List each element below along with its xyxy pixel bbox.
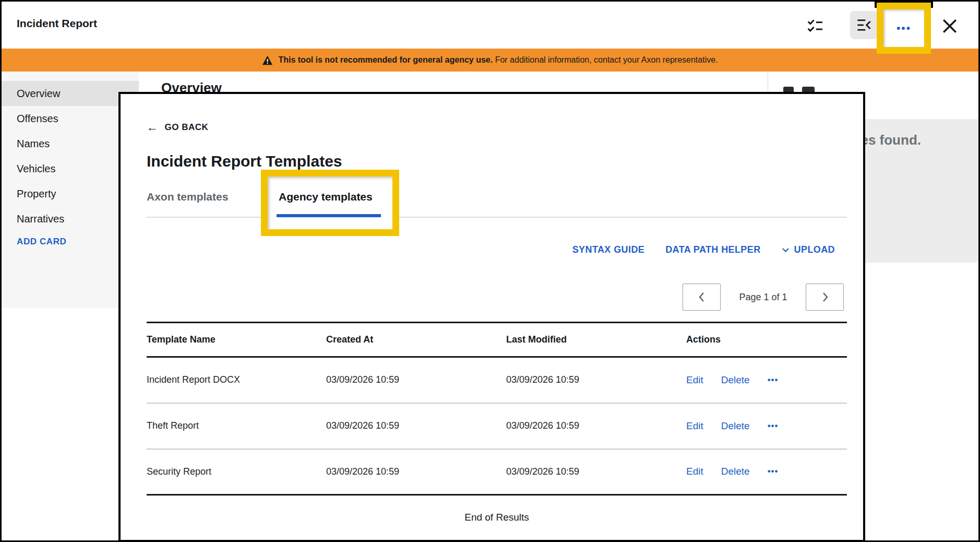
edit-link[interactable]: Edit bbox=[686, 420, 703, 432]
last-modified-cell: 03/09/2026 10:59 bbox=[506, 357, 686, 403]
go-back-label: GO BACK bbox=[165, 122, 209, 133]
edit-link[interactable]: Edit bbox=[686, 466, 703, 477]
pagination: Page 1 of 1 bbox=[683, 284, 844, 311]
last-modified-cell: 03/09/2026 10:59 bbox=[506, 403, 686, 449]
close-icon[interactable] bbox=[939, 16, 960, 36]
data-path-helper-label: DATA PATH HELPER bbox=[665, 244, 760, 255]
template-name-cell: Theft Report bbox=[147, 403, 326, 449]
page-title: Incident Report bbox=[17, 17, 97, 30]
active-tab-underline bbox=[277, 214, 381, 217]
chevron-down-icon bbox=[782, 248, 790, 253]
warning-banner: This tool is not recommended for general… bbox=[2, 49, 978, 72]
toolbar-links: SYNTAX GUIDE DATA PATH HELPER UPLOAD bbox=[572, 244, 835, 255]
table-row: Security Report03/09/2026 10:5903/09/202… bbox=[147, 449, 847, 495]
tab-agency-templates[interactable]: Agency templates bbox=[279, 191, 373, 203]
table-row: Theft Report03/09/2026 10:5903/09/2026 1… bbox=[147, 403, 847, 449]
collapse-panel-icon[interactable] bbox=[850, 11, 878, 39]
upload-label: UPLOAD bbox=[794, 244, 835, 255]
template-name-cell: Security Report bbox=[147, 449, 326, 495]
template-name-cell: Incident Report DOCX bbox=[147, 357, 326, 403]
delete-link[interactable]: Delete bbox=[721, 420, 750, 432]
chevron-right-icon bbox=[820, 291, 830, 303]
back-arrow-icon: ← bbox=[147, 122, 159, 133]
templates-table: Template Name Created At Last Modified A… bbox=[147, 322, 847, 496]
incident-report-templates-modal: ← GO BACK Incident Report Templates Axon… bbox=[118, 92, 865, 542]
add-card-button[interactable]: ADD CARD bbox=[17, 237, 66, 247]
previous-page-button[interactable] bbox=[683, 284, 721, 311]
syntax-guide-link[interactable]: SYNTAX GUIDE bbox=[572, 244, 644, 255]
actions-cell: EditDelete••• bbox=[686, 449, 847, 495]
delete-link[interactable]: Delete bbox=[721, 466, 750, 477]
last-modified-cell: 03/09/2026 10:59 bbox=[506, 449, 686, 495]
created-at-cell: 03/09/2026 10:59 bbox=[326, 403, 506, 449]
column-header-actions: Actions bbox=[686, 323, 847, 357]
column-header-last-modified: Last Modified bbox=[506, 323, 686, 357]
table-row: Incident Report DOCX03/09/2026 10:5903/0… bbox=[147, 357, 847, 403]
edit-link[interactable]: Edit bbox=[686, 374, 703, 386]
data-path-helper-link[interactable]: DATA PATH HELPER bbox=[665, 244, 760, 255]
warning-icon bbox=[262, 55, 273, 65]
column-header-template-name: Template Name bbox=[147, 323, 326, 357]
overflow-menu-icon[interactable]: ••• bbox=[877, 3, 931, 54]
app-window: Incident Report ••• bbox=[0, 0, 980, 542]
go-back-button[interactable]: ← GO BACK bbox=[147, 122, 208, 133]
actions-cell: EditDelete••• bbox=[686, 403, 847, 449]
upload-link[interactable]: UPLOAD bbox=[782, 244, 835, 255]
created-at-cell: 03/09/2026 10:59 bbox=[326, 449, 506, 495]
table-header-row: Template Name Created At Last Modified A… bbox=[147, 323, 847, 357]
row-overflow-menu-icon[interactable]: ••• bbox=[768, 466, 779, 477]
banner-text-bold: This tool is not recommended for general… bbox=[278, 55, 493, 64]
next-page-button[interactable] bbox=[806, 284, 844, 311]
tab-bar-divider bbox=[147, 217, 847, 218]
tab-axon-templates[interactable]: Axon templates bbox=[147, 191, 228, 203]
syntax-guide-label: SYNTAX GUIDE bbox=[572, 244, 644, 255]
background-card-heading: Overview bbox=[161, 80, 276, 92]
delete-link[interactable]: Delete bbox=[721, 374, 750, 386]
chevron-left-icon bbox=[697, 291, 707, 303]
banner-text-regular: For additional information, contact your… bbox=[495, 55, 718, 64]
row-overflow-menu-icon[interactable]: ••• bbox=[768, 421, 779, 431]
page-indicator: Page 1 of 1 bbox=[721, 292, 806, 303]
checklist-icon[interactable] bbox=[806, 17, 824, 36]
created-at-cell: 03/09/2026 10:59 bbox=[326, 357, 506, 403]
templates-table-body: Incident Report DOCX03/09/2026 10:5903/0… bbox=[147, 357, 847, 495]
header-bar: Incident Report ••• bbox=[2, 2, 978, 49]
banner-text: This tool is not recommended for general… bbox=[278, 55, 718, 65]
end-of-results-text: End of Results bbox=[147, 512, 847, 523]
actions-cell: EditDelete••• bbox=[686, 357, 847, 403]
modal-title: Incident Report Templates bbox=[147, 152, 342, 170]
row-overflow-menu-icon[interactable]: ••• bbox=[768, 375, 779, 385]
column-header-created-at: Created At bbox=[326, 323, 506, 357]
